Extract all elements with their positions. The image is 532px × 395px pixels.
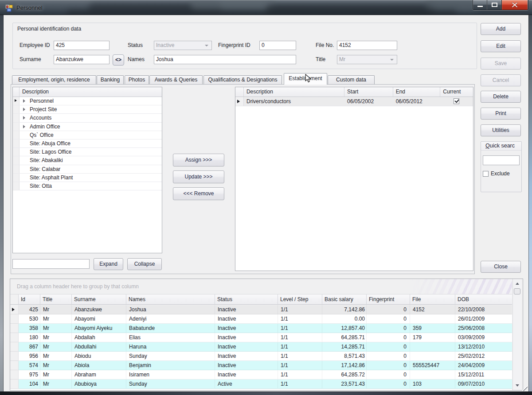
cell-current[interactable]: [440, 97, 473, 106]
cell-surname[interactable]: Abayomi Aiyeku: [72, 324, 126, 333]
cell-surname[interactable]: Abiodu: [72, 352, 126, 361]
minimize-button[interactable]: [473, 0, 487, 10]
treelist-row[interactable]: Accounts: [13, 114, 162, 122]
tab-banking[interactable]: Banking: [97, 75, 124, 84]
close-button[interactable]: Close: [481, 261, 521, 273]
cell-title[interactable]: Mr: [40, 324, 72, 333]
column-header-end[interactable]: End: [393, 87, 441, 97]
cell-names[interactable]: Haruna: [126, 342, 215, 352]
cell-basic-salary[interactable]: 17,142.86: [322, 361, 367, 370]
personnel-grid-row[interactable]: 104 Mr Abubioya Sunday Active 1/1 23,571…: [10, 380, 512, 389]
print-button[interactable]: Print: [481, 108, 521, 120]
column-header-level-step[interactable]: Level / Step: [278, 294, 322, 304]
treelist-row-label[interactable]: Qs` Office: [20, 131, 162, 139]
vertical-scrollbar[interactable]: [512, 279, 521, 390]
cell-dob[interactable]: 26/01/2009: [455, 314, 512, 324]
column-header-start[interactable]: Start: [344, 87, 393, 97]
cell-names[interactable]: Sunday: [126, 352, 215, 361]
cell-names[interactable]: Isiramen: [126, 370, 215, 380]
cell-file[interactable]: [410, 352, 455, 361]
cell-id[interactable]: 867: [19, 342, 40, 352]
cell-dob[interactable]: 22/10/2008: [455, 305, 512, 314]
update-button[interactable]: Update >>>: [173, 170, 224, 183]
cell-id[interactable]: 180: [19, 333, 40, 342]
treelist-row-label[interactable]: Site: Lagos Office: [20, 148, 162, 156]
save-button[interactable]: Save: [481, 58, 521, 70]
cell-basic-salary[interactable]: 7,142.86: [322, 305, 367, 314]
cell-file[interactable]: 103: [410, 380, 455, 389]
assign-button[interactable]: Assign >>>: [173, 154, 224, 167]
cell-fingerprint[interactable]: 0: [367, 380, 410, 389]
column-header-description[interactable]: Description: [244, 87, 344, 97]
treelist-row[interactable]: Site: Abuja Office: [13, 139, 162, 148]
expand-node-icon[interactable]: [23, 125, 25, 128]
personnel-grid-row[interactable]: 530 Mr Abayomi Adeniyi Inactive 1/1 0.00…: [10, 314, 512, 324]
column-header-fingerprint[interactable]: Fingerprint: [367, 294, 410, 304]
current-checkbox[interactable]: [454, 98, 459, 104]
cancel-button[interactable]: Cancel: [481, 74, 521, 86]
cell-id[interactable]: 956: [19, 352, 40, 361]
treelist-row-label[interactable]: Site: Calabar: [20, 165, 162, 173]
cell-names[interactable]: Elias: [126, 333, 215, 342]
cell-fingerprint[interactable]: 0: [367, 352, 410, 361]
scroll-down-button[interactable]: [513, 382, 521, 389]
cell-file[interactable]: [410, 314, 455, 324]
expand-node-icon[interactable]: [23, 99, 25, 103]
cell-dob[interactable]: 15/12/2011: [455, 370, 512, 380]
exclude-checkbox[interactable]: [483, 171, 489, 177]
cell-end[interactable]: 06/05/2012: [393, 97, 441, 106]
surname-field[interactable]: Abanzukwe: [54, 55, 110, 64]
remove-button[interactable]: <<< Remove: [173, 187, 224, 200]
cell-fingerprint[interactable]: 0: [367, 305, 410, 314]
cell-file[interactable]: 555525447: [410, 361, 455, 370]
expand-node-icon[interactable]: [23, 116, 25, 120]
cell-id[interactable]: 425: [19, 305, 40, 314]
cell-fingerprint[interactable]: 0: [367, 333, 410, 342]
cell-level-step[interactable]: 1/1: [278, 314, 322, 324]
treelist-row-label[interactable]: Project Site: [20, 105, 162, 113]
column-header-dob[interactable]: DOB: [455, 294, 512, 304]
treelist-row-label[interactable]: Personnel: [20, 97, 162, 105]
cell-dob[interactable]: 13/12/2010: [455, 342, 512, 352]
cell-status[interactable]: Inactive: [215, 342, 278, 352]
cell-status[interactable]: Inactive: [215, 370, 278, 380]
treelist-row[interactable]: Qs` Office: [13, 131, 162, 139]
cell-title[interactable]: Mr: [40, 305, 72, 314]
cell-file[interactable]: [410, 370, 455, 380]
column-header-names[interactable]: Names: [126, 294, 215, 304]
cell-id[interactable]: 358: [19, 324, 40, 333]
cell-start[interactable]: 06/05/2002: [344, 97, 393, 106]
cell-file[interactable]: 179: [410, 333, 455, 342]
column-header-id[interactable]: Id: [19, 294, 40, 304]
treelist-row-label[interactable]: Site: Asphalt Plant: [20, 174, 162, 182]
title-combobox[interactable]: Mr: [337, 55, 397, 64]
column-header-title[interactable]: Title: [40, 294, 72, 304]
cell-surname[interactable]: Abraham: [72, 370, 126, 380]
cell-surname[interactable]: Abanzukwe: [72, 305, 126, 314]
cell-file[interactable]: 359: [410, 324, 455, 333]
cell-file[interactable]: [410, 342, 455, 352]
tab-employment-origin-residence[interactable]: Employment, origin, residence: [12, 75, 96, 84]
tab-photos[interactable]: Photos: [125, 75, 149, 84]
maximize-button[interactable]: [487, 0, 502, 10]
cell-basic-salary[interactable]: 23,571.43: [322, 380, 367, 389]
treelist-row-label[interactable]: Site: Otta: [20, 182, 162, 190]
personnel-grid-row[interactable]: 425 Mr Abanzukwe Joshua Inactive 1/1 7,1…: [10, 305, 512, 314]
expand-button[interactable]: Expand: [94, 258, 123, 270]
column-header-basic-salary[interactable]: Basic salary: [322, 294, 367, 304]
edit-button[interactable]: Edit: [481, 40, 521, 52]
tab-custom-data[interactable]: Custom data: [328, 75, 375, 84]
cell-id[interactable]: 530: [19, 314, 40, 324]
column-header-file[interactable]: File: [410, 294, 455, 304]
title-bar[interactable]: [0, 0, 532, 15]
cell-names[interactable]: Benjamin: [126, 361, 215, 370]
cell-title[interactable]: Mr: [40, 314, 72, 324]
expand-node-icon[interactable]: [23, 108, 25, 111]
cell-dob[interactable]: 09/07/2010: [455, 380, 512, 389]
treelist-row[interactable]: Site: Otta: [13, 182, 162, 190]
personnel-grid-row[interactable]: 574 Mr Abiola Benjamin Inactive 1/1 17,1…: [10, 361, 512, 370]
cell-status[interactable]: Inactive: [215, 305, 278, 314]
resize-grip[interactable]: [522, 386, 528, 391]
cell-level-step[interactable]: 1/1: [278, 352, 322, 361]
cell-surname[interactable]: Abayomi: [72, 314, 126, 324]
